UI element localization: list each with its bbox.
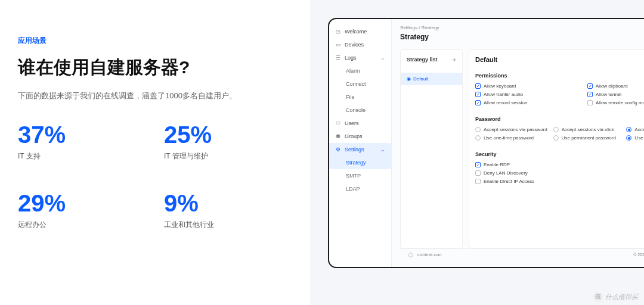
clock-icon: ◷: [335, 29, 341, 35]
sidebar-subitem-alarm[interactable]: Alarm: [329, 64, 391, 77]
breadcrumb: Settings / Strategy: [400, 25, 644, 30]
opt-onetime-password[interactable]: Use one-time password: [475, 135, 547, 141]
sidebar: ◷ Welcome ▭ Devices ☰ Logs ⌄ Alarm Conne…: [329, 19, 392, 267]
sidebar-subitem-connect[interactable]: Connect: [329, 77, 391, 91]
security-options: ✓Enable RDP Deny LAN Discovery Enable Di…: [475, 162, 644, 184]
opt-label: Accept sessions via click: [562, 127, 614, 132]
sidebar-item-label: Devices: [345, 42, 364, 48]
footer-link[interactable]: ◯rustdesk.com: [408, 253, 442, 257]
stat-item: 25% IT 管理与维护: [164, 123, 298, 161]
opt-allow-tunnel[interactable]: ✓Allow tunnel: [587, 92, 644, 97]
opt-label: Enable Direct IP Access: [484, 179, 534, 184]
sidebar-item-users[interactable]: ⚇ Users: [329, 117, 391, 130]
sidebar-item-groups[interactable]: ⚉ Groups: [329, 130, 391, 143]
password-heading: Password: [475, 116, 644, 122]
user-icon: ⚇: [335, 120, 341, 126]
opt-label: Allow clipboard: [596, 83, 628, 89]
opt-allow-record[interactable]: ✓Allow record session: [475, 100, 581, 105]
opt-permanent-password[interactable]: Use permanent password: [553, 135, 621, 141]
list-item[interactable]: ◉Default: [401, 73, 462, 85]
page-title: Strategy: [400, 33, 644, 41]
chevron-down-icon: ⌄: [380, 147, 385, 152]
list-title: Strategy list: [407, 57, 438, 63]
checkbox-icon: ✓: [475, 92, 481, 97]
sidebar-item-label: Logs: [345, 55, 357, 61]
watermark: 值 什么值得买: [593, 292, 638, 301]
sidebar-item-label: Settings: [345, 147, 364, 152]
sidebar-item-label: Users: [345, 120, 359, 126]
sidebar-subitem-smtp[interactable]: SMTP: [329, 169, 391, 182]
app-window: ◷ Welcome ▭ Devices ☰ Logs ⌄ Alarm Conne…: [328, 18, 644, 268]
checkbox-icon: [475, 170, 481, 176]
sidebar-item-label: Groups: [345, 133, 363, 139]
opt-enable-direct-ip[interactable]: Enable Direct IP Access: [475, 179, 644, 184]
password-options: Accept sessions via password Accept sess…: [475, 127, 644, 141]
permissions-options: ✓Allow keyboard ✓Allow clipboard ✓Allow …: [475, 83, 644, 105]
stats-grid: 37% IT 支持 25% IT 管理与维护 29% 远程办公 9% 工业和其他…: [18, 123, 298, 230]
checkbox-icon: ✓: [475, 83, 481, 89]
stat-value: 29%: [18, 191, 152, 215]
opt-use-both[interactable]: Use both: [626, 135, 644, 141]
radio-icon: [553, 135, 559, 141]
list-icon: ☰: [335, 55, 341, 61]
opt-label: Use permanent password: [562, 135, 616, 141]
sidebar-item-settings[interactable]: ⚙ Settings ⌄: [329, 143, 391, 156]
checkbox-icon: ✓: [475, 100, 481, 105]
opt-label: Enable RDP: [484, 162, 510, 167]
opt-label: Deny LAN Discovery: [484, 170, 528, 176]
sidebar-item-label: Welcome: [345, 29, 367, 35]
stat-value: 37%: [18, 123, 152, 147]
opt-allow-remote-config[interactable]: Allow remote config modifi: [587, 100, 644, 105]
strategy-detail-panel: Default Permissions ✓Allow keyboard ✓All…: [469, 49, 644, 248]
stat-label: 远程办公: [18, 220, 152, 230]
opt-accept-click[interactable]: Accept sessions via click: [553, 127, 621, 132]
stat-item: 37% IT 支持: [18, 123, 152, 161]
watermark-text: 什么值得买: [605, 292, 638, 301]
watermark-icon: 值: [593, 292, 603, 301]
opt-label: Accept sessions via password: [484, 127, 547, 132]
opt-allow-clipboard[interactable]: ✓Allow clipboard: [587, 83, 644, 89]
stat-item: 29% 远程办公: [18, 191, 152, 230]
opt-label: Use one-time password: [484, 135, 534, 141]
opt-label: Allow keyboard: [484, 83, 516, 89]
gear-icon: ⚙: [335, 147, 341, 152]
list-item-label: Default: [413, 76, 428, 82]
eyebrow-label: 应用场景: [18, 36, 298, 46]
chevron-down-icon: ⌄: [380, 55, 385, 61]
opt-accept-password[interactable]: Accept sessions via password: [475, 127, 547, 132]
sidebar-item-devices[interactable]: ▭ Devices: [329, 38, 391, 51]
checkbox-icon: ✓: [475, 162, 481, 167]
add-strategy-button[interactable]: +: [453, 56, 456, 63]
page-subtext: 下面的数据来源于我们的在线调查，涵盖了1000多名自建用户。: [18, 91, 298, 101]
monitor-icon: ▭: [335, 42, 341, 48]
footer-copyright: © 2023 Purslane Ltd. Produced: [633, 253, 644, 257]
checkbox-icon: ✓: [587, 92, 593, 97]
opt-label: Allow remote config modifi: [596, 100, 644, 105]
stat-label: IT 支持: [18, 151, 152, 161]
group-icon: ⚉: [335, 133, 341, 139]
sidebar-item-welcome[interactable]: ◷ Welcome: [329, 25, 391, 38]
stat-value: 25%: [164, 123, 298, 147]
strategy-list-panel: Strategy list + ◉Default: [400, 49, 463, 248]
opt-deny-lan[interactable]: Deny LAN Discovery: [475, 170, 644, 176]
opt-enable-rdp[interactable]: ✓Enable RDP: [475, 162, 644, 167]
page-heading: 谁在使用自建服务器?: [18, 55, 298, 80]
opt-label: Allow record session: [484, 100, 527, 105]
sidebar-subitem-console[interactable]: Console: [329, 104, 391, 117]
sidebar-subitem-strategy[interactable]: Strategy: [329, 156, 391, 169]
sidebar-subitem-file[interactable]: File: [329, 91, 391, 104]
radio-icon: [475, 127, 481, 132]
sidebar-item-logs[interactable]: ☰ Logs ⌄: [329, 51, 391, 64]
opt-accept-both[interactable]: Acce: [626, 127, 644, 132]
security-heading: Security: [475, 151, 644, 157]
radio-icon: [626, 135, 631, 141]
detail-title: Default: [475, 56, 644, 63]
opt-allow-transfer-audio[interactable]: ✓Allow tranfer audio: [475, 92, 581, 97]
checkbox-icon: [475, 179, 481, 184]
opt-label: Allow tranfer audio: [484, 92, 523, 97]
radio-icon: [553, 127, 559, 132]
sidebar-subitem-ldap[interactable]: LDAP: [329, 182, 391, 195]
checkbox-icon: ✓: [587, 83, 593, 89]
permissions-heading: Permissions: [475, 73, 644, 79]
opt-allow-keyboard[interactable]: ✓Allow keyboard: [475, 83, 581, 89]
